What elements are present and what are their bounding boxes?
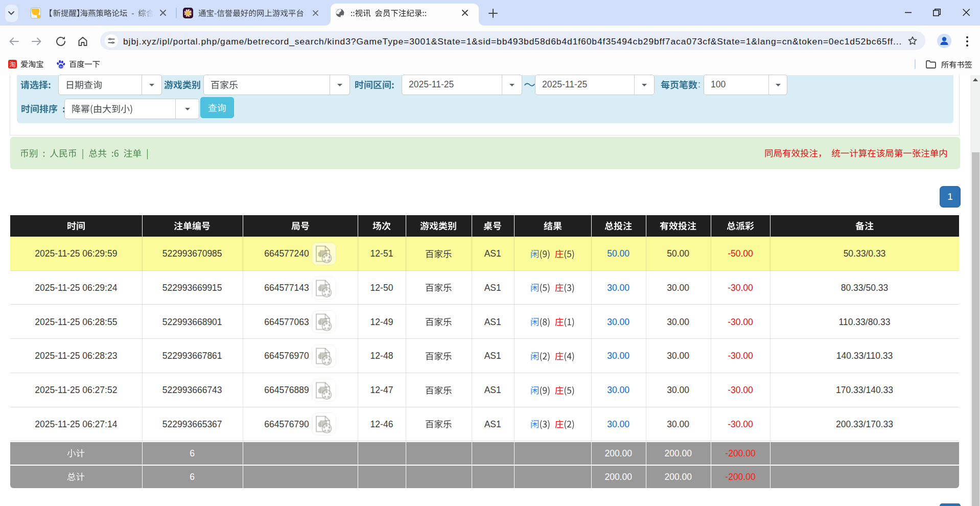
svg-text:du: du (59, 65, 62, 68)
